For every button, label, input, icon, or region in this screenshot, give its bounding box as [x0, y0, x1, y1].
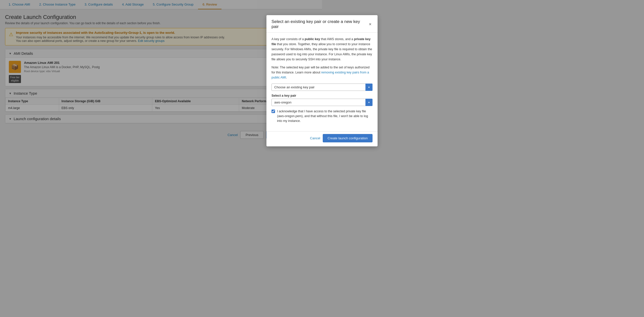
key-pair-select[interactable]: aws-oregon: [271, 99, 322, 106]
modal-note: Note: The selected key pair will be adde…: [271, 65, 322, 80]
key-pair-select-wrapper: aws-oregon: [271, 99, 322, 106]
key-pair-select-label: Select a key pair: [271, 94, 322, 97]
modal-description: A key pair consists of a public key that…: [271, 37, 322, 62]
acknowledge-checkbox-row: I acknowledge that I have access to the …: [271, 109, 322, 123]
modal-cancel-button[interactable]: Cancel: [310, 136, 320, 140]
modal-title: Select an existing key pair or create a …: [271, 19, 322, 29]
key-pair-type-dropdown-row: Choose an existing key pair Create a new…: [271, 84, 322, 91]
modal-overlay: Select an existing key pair or create a …: [0, 0, 322, 159]
modal-footer: Cancel Create launch configuration: [266, 131, 322, 146]
key-pair-select-dropdown-row: Select a key pair aws-oregon: [271, 94, 322, 106]
acknowledge-label: I acknowledge that I have access to the …: [277, 109, 322, 123]
key-pair-type-select[interactable]: Choose an existing key pair Create a new…: [271, 84, 322, 91]
modal-header: Select an existing key pair or create a …: [266, 15, 322, 33]
key-pair-modal: Select an existing key pair or create a …: [266, 15, 322, 146]
acknowledge-checkbox[interactable]: [271, 110, 275, 113]
key-pair-type-select-wrapper: Choose an existing key pair Create a new…: [271, 84, 322, 91]
bold-public-key: public key: [305, 37, 320, 41]
modal-body: A key pair consists of a public key that…: [266, 33, 322, 131]
